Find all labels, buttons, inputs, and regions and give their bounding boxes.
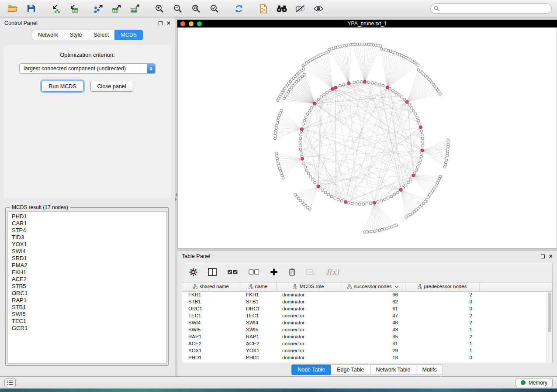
- delete-column-button[interactable]: [288, 268, 296, 276]
- network-canvas[interactable]: [177, 28, 557, 248]
- table-cell[interactable]: PHD1: [182, 354, 240, 361]
- table-settings-button[interactable]: [189, 268, 197, 276]
- float-table-panel-icon[interactable]: [541, 254, 545, 258]
- split-panel-button[interactable]: [208, 268, 217, 276]
- result-item[interactable]: FKH1: [12, 269, 162, 276]
- refresh-view-button[interactable]: [232, 2, 246, 15]
- show-panels-button[interactable]: [4, 378, 16, 387]
- table-cell[interactable]: 61: [341, 305, 405, 312]
- table-cell[interactable]: dominator: [276, 291, 341, 298]
- table-cell[interactable]: SWI5: [240, 326, 276, 333]
- maximize-window-icon[interactable]: [197, 21, 202, 26]
- table-cell[interactable]: FKH1: [182, 291, 240, 298]
- table-cell[interactable]: 2: [405, 291, 479, 298]
- function-builder-button[interactable]: f(x): [326, 268, 339, 276]
- column-header-predecessor-nodes[interactable]: predecessor nodes: [405, 282, 479, 291]
- table-cell[interactable]: ORC1: [240, 305, 276, 312]
- run-mcds-button[interactable]: Run MCDS: [42, 81, 83, 92]
- close-panel-icon[interactable]: ×: [167, 20, 170, 26]
- column-header-MCDS-role[interactable]: MCDS role: [276, 282, 341, 291]
- table-cell[interactable]: 18: [341, 354, 405, 361]
- result-item[interactable]: TID3: [12, 234, 162, 241]
- table-cell[interactable]: FKH1: [240, 291, 276, 298]
- table-cell[interactable]: SWI4: [240, 319, 276, 326]
- close-window-icon[interactable]: [180, 21, 185, 26]
- tab-network[interactable]: Network: [32, 30, 64, 40]
- result-item[interactable]: GCR1: [12, 325, 162, 332]
- table-row[interactable]: PHD1PHD1dominator180: [182, 354, 552, 361]
- save-session-button[interactable]: [24, 2, 38, 15]
- tab-edge-table[interactable]: Edge Table: [331, 364, 370, 375]
- table-cell[interactable]: ACE2: [240, 340, 276, 347]
- table-cell[interactable]: STB1: [240, 298, 276, 305]
- add-column-button[interactable]: [270, 268, 278, 276]
- export-network-button[interactable]: [91, 2, 106, 15]
- table-cell[interactable]: 2: [405, 312, 479, 319]
- tab-network-table[interactable]: Network Table: [370, 364, 416, 375]
- table-row[interactable]: SWI4SWI4dominator462: [182, 319, 552, 326]
- table-row[interactable]: STB1STB1dominator620: [182, 298, 552, 305]
- result-item[interactable]: RAP1: [12, 297, 162, 304]
- splitter-collapse-icon[interactable]: [175, 193, 177, 201]
- table-cell[interactable]: dominator: [276, 298, 341, 305]
- clear-table-button[interactable]: [306, 268, 316, 275]
- table-cell[interactable]: STB1: [182, 298, 240, 305]
- result-item[interactable]: YOX1: [12, 241, 162, 248]
- table-cell[interactable]: dominator: [276, 305, 341, 312]
- minimize-window-icon[interactable]: [189, 21, 194, 26]
- network-graph[interactable]: [178, 28, 557, 248]
- zoom-selected-button[interactable]: [207, 2, 222, 15]
- table-cell[interactable]: 2: [405, 333, 479, 340]
- tab-select[interactable]: Select: [88, 30, 115, 40]
- table-cell[interactable]: SWI4: [182, 319, 240, 326]
- table-cell[interactable]: 0: [405, 298, 479, 305]
- table-cell[interactable]: 47: [341, 312, 405, 319]
- table-cell[interactable]: SWI5: [182, 326, 240, 333]
- tab-node-table[interactable]: Node Table: [291, 364, 331, 375]
- table-cell[interactable]: ORC1: [182, 305, 240, 312]
- result-item[interactable]: SWI4: [12, 248, 162, 255]
- column-header-successor-nodes[interactable]: successor nodes: [341, 282, 405, 291]
- table-cell[interactable]: dominator: [276, 333, 341, 340]
- result-item[interactable]: PMA2: [12, 262, 162, 269]
- search-input[interactable]: [430, 3, 552, 14]
- table-row[interactable]: YOX1YOX1connector291: [182, 347, 552, 354]
- table-cell[interactable]: 46: [341, 319, 405, 326]
- column-header-shared-name[interactable]: shared name: [182, 282, 240, 291]
- result-item[interactable]: STB1: [12, 304, 162, 311]
- zoom-fit-button[interactable]: [189, 2, 204, 15]
- close-table-panel-icon[interactable]: ×: [549, 253, 553, 259]
- tab-style[interactable]: Style: [64, 30, 88, 40]
- zoom-in-button[interactable]: [152, 2, 167, 15]
- result-item[interactable]: SWI5: [12, 311, 162, 318]
- hide-selected-button[interactable]: [293, 2, 308, 15]
- table-cell[interactable]: connector: [276, 347, 341, 354]
- import-network-button[interactable]: [48, 2, 63, 15]
- float-panel-icon[interactable]: [159, 21, 163, 25]
- table-cell[interactable]: 31: [341, 340, 405, 347]
- table-cell[interactable]: 62: [341, 298, 405, 305]
- table-cell[interactable]: PHD1: [240, 354, 276, 361]
- table-cell[interactable]: 2: [405, 319, 479, 326]
- table-scrollbar[interactable]: [547, 292, 552, 363]
- table-cell[interactable]: 1: [405, 340, 479, 347]
- table-cell[interactable]: 0: [405, 354, 479, 361]
- open-file-button[interactable]: [5, 2, 20, 15]
- table-row[interactable]: SWI5SWI5connector431: [182, 326, 552, 333]
- show-all-button[interactable]: [311, 2, 326, 15]
- table-cell[interactable]: connector: [276, 312, 341, 319]
- tab-mcds[interactable]: MCDS: [114, 30, 143, 40]
- table-row[interactable]: RAP1RAP1dominator352: [182, 333, 552, 340]
- table-cell[interactable]: connector: [276, 340, 341, 347]
- table-cell[interactable]: 96: [341, 291, 405, 298]
- zoom-out-button[interactable]: [170, 2, 185, 15]
- result-item[interactable]: STP4: [12, 227, 162, 234]
- table-cell[interactable]: 1: [405, 347, 479, 354]
- close-panel-button[interactable]: Close panel: [90, 81, 133, 92]
- table-cell[interactable]: YOX1: [182, 347, 240, 354]
- table-row[interactable]: ORC1ORC1dominator610: [182, 305, 552, 312]
- memory-button[interactable]: Memory: [515, 378, 553, 387]
- table-cell[interactable]: 43: [341, 326, 405, 333]
- table-cell[interactable]: 0: [405, 305, 479, 312]
- tab-motifs[interactable]: Motifs: [416, 364, 443, 375]
